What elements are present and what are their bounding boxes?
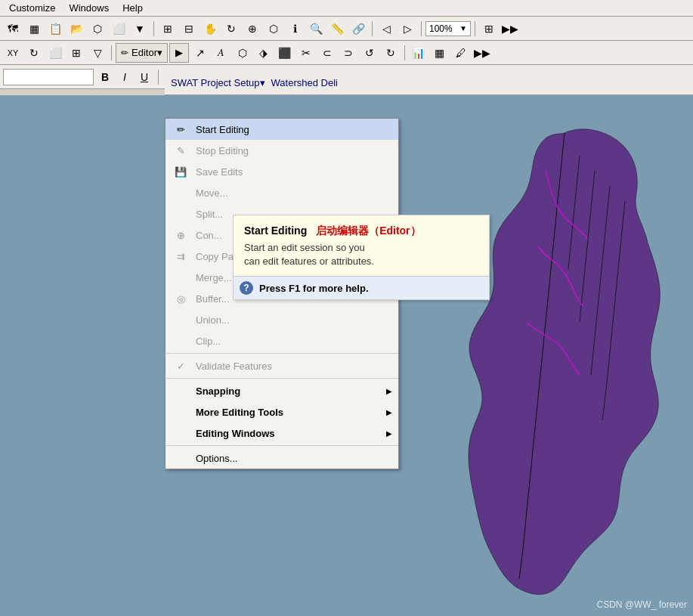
bookmark-btn[interactable]: ⬜ bbox=[45, 43, 65, 63]
back-btn[interactable]: ◁ bbox=[376, 19, 396, 39]
validate-icon: ✓ bbox=[172, 361, 190, 372]
dropdown-btn[interactable]: ▼ bbox=[130, 19, 150, 39]
tool10-btn[interactable]: ↻ bbox=[381, 43, 401, 63]
tool9-btn[interactable]: ↺ bbox=[360, 43, 379, 63]
save-edits-icon: 💾 bbox=[172, 166, 190, 178]
pan-icon: ✋ bbox=[204, 23, 217, 35]
3d-btn[interactable]: ⬡ bbox=[88, 19, 107, 39]
hyperlink-btn[interactable]: 🔗 bbox=[348, 19, 368, 39]
italic-button[interactable]: I bbox=[116, 69, 133, 85]
more-btn[interactable]: ▶▶ bbox=[500, 19, 520, 39]
tool5-btn[interactable]: ⬛ bbox=[275, 43, 295, 63]
add-data-icon: 📂 bbox=[70, 23, 83, 35]
bold-button[interactable]: B bbox=[97, 69, 113, 85]
menubar-help[interactable]: Help bbox=[116, 1, 149, 15]
tool6-btn[interactable]: ✂ bbox=[296, 43, 316, 63]
measure-btn[interactable]: 📏 bbox=[327, 19, 347, 39]
chart-btn[interactable]: 📊 bbox=[409, 43, 428, 63]
menubar-windows[interactable]: Windows bbox=[63, 1, 115, 15]
pan-btn[interactable]: ✋ bbox=[200, 19, 220, 39]
editor-label: Editor▾ bbox=[131, 47, 162, 58]
arc-btn[interactable]: ⬜ bbox=[109, 19, 128, 39]
rotate-btn[interactable]: ↻ bbox=[221, 19, 241, 39]
swat-project-link[interactable]: SWAT Project Setup▾ bbox=[171, 77, 265, 88]
menu-item-move: Move... bbox=[166, 182, 398, 203]
add-data-btn[interactable]: 📂 bbox=[67, 19, 86, 39]
full-extent-btn[interactable]: ⊞ bbox=[479, 19, 499, 39]
extent2-btn[interactable]: ▽ bbox=[88, 43, 107, 63]
menu-sep-2 bbox=[166, 378, 398, 379]
tooltip-description: Start an edit session so youcan edit fea… bbox=[244, 241, 478, 268]
tool3-btn[interactable]: ⬡ bbox=[233, 43, 252, 63]
font-dropdown[interactable] bbox=[3, 69, 94, 85]
tool4-icon: ⬗ bbox=[259, 47, 268, 59]
back-icon: ◁ bbox=[382, 23, 391, 35]
refresh-btn[interactable]: ↻ bbox=[24, 43, 44, 63]
editing-windows-submenu-arrow: ▶ bbox=[386, 429, 392, 438]
menu-item-start-editing[interactable]: ✏ Start Editing bbox=[166, 119, 398, 140]
watershed-deli-link[interactable]: Watershed Deli bbox=[271, 77, 338, 88]
layout-btn[interactable]: 📋 bbox=[45, 19, 65, 39]
zoom-dropdown-icon[interactable]: ▼ bbox=[459, 24, 467, 33]
zoom-in-btn[interactable]: ⊞ bbox=[158, 19, 178, 39]
hyperlink-icon: 🔗 bbox=[352, 23, 365, 35]
editor-button[interactable]: ✏ Editor▾ bbox=[116, 43, 168, 63]
validate-label: Validate Features bbox=[196, 361, 272, 372]
tooltip-title-area: Start Editing 启动编辑器（Editor） bbox=[244, 224, 478, 238]
full-extent-icon: ⊞ bbox=[484, 23, 493, 35]
menubar-customize[interactable]: Customize bbox=[3, 1, 61, 15]
add-layer-btn[interactable]: ⊞ bbox=[67, 43, 86, 63]
bookmark-icon: ⬜ bbox=[49, 47, 62, 59]
underline-button[interactable]: U bbox=[136, 69, 153, 85]
menu-item-editing-windows[interactable]: Editing Windows ▶ bbox=[166, 423, 398, 444]
table-btn[interactable]: ▦ bbox=[24, 19, 44, 39]
extent-btn[interactable]: ⊕ bbox=[243, 19, 262, 39]
xy-btn[interactable]: XY bbox=[3, 43, 23, 63]
measure-icon: 📏 bbox=[331, 23, 344, 35]
rotate-icon: ↻ bbox=[227, 23, 236, 35]
play-button[interactable]: ▶ bbox=[169, 43, 189, 63]
sep5 bbox=[111, 45, 112, 60]
tool2-btn[interactable]: 𝐴 bbox=[212, 43, 231, 63]
start-editing-icon: ✏ bbox=[172, 124, 190, 135]
tool1-btn[interactable]: ↗ bbox=[190, 43, 210, 63]
menu-item-snapping[interactable]: Snapping ▶ bbox=[166, 380, 398, 401]
identify-btn[interactable]: ℹ bbox=[285, 19, 305, 39]
union-label: Union... bbox=[196, 314, 230, 326]
construct-label: Con... bbox=[196, 230, 222, 241]
select-btn[interactable]: ⬡ bbox=[264, 19, 283, 39]
menu-item-union: Union... bbox=[166, 309, 398, 330]
save-edits-label: Save Edits bbox=[196, 166, 243, 178]
tool8-btn[interactable]: ⊃ bbox=[339, 43, 358, 63]
tooltip-help-area: ? Press F1 for more help. bbox=[234, 276, 489, 299]
tooltip-title-en: Start Editing bbox=[244, 224, 307, 237]
options-label: Options... bbox=[196, 453, 238, 464]
buffer-label: Buffer... bbox=[196, 293, 230, 305]
split-label: Split... bbox=[196, 209, 223, 220]
snapping-submenu-arrow: ▶ bbox=[386, 387, 392, 395]
find-btn[interactable]: 🔍 bbox=[306, 19, 326, 39]
tool9-icon: ↺ bbox=[365, 47, 374, 59]
tool5-icon: ⬛ bbox=[278, 47, 291, 59]
forward-btn[interactable]: ▷ bbox=[398, 19, 417, 39]
move-label: Move... bbox=[196, 187, 228, 199]
symbol-btn[interactable]: 🖊 bbox=[451, 43, 471, 63]
grid-btn[interactable]: ▦ bbox=[430, 43, 450, 63]
new-map-btn[interactable]: 🗺 bbox=[3, 19, 23, 39]
more2-icon: ▶▶ bbox=[474, 47, 490, 59]
menu-item-options[interactable]: Options... bbox=[166, 447, 398, 469]
sep4 bbox=[475, 21, 475, 36]
toolbar-row-1: 🗺 ▦ 📋 📂 ⬡ ⬜ ▼ ⊞ ⊟ ✋ ↻ ⊕ ⬡ ℹ 🔍 📏 🔗 ◁ ▷ 10… bbox=[0, 17, 693, 41]
zoom-out-btn[interactable]: ⊟ bbox=[179, 19, 199, 39]
start-editing-label: Start Editing bbox=[196, 124, 249, 135]
tool7-btn[interactable]: ⊂ bbox=[317, 43, 337, 63]
tool6-icon: ✂ bbox=[302, 47, 311, 59]
menu-item-more-editing[interactable]: More Editing Tools ▶ bbox=[166, 401, 398, 423]
help-icon: ? bbox=[240, 281, 253, 295]
toolbar-row-2: XY ↻ ⬜ ⊞ ▽ ✏ Editor▾ ▶ ↗ 𝐴 ⬡ ⬗ ⬛ ✂ ⊂ ⊃ ↺… bbox=[0, 41, 693, 65]
start-editing-tooltip: Start Editing 启动编辑器（Editor） Start an edi… bbox=[233, 215, 490, 300]
more2-btn[interactable]: ▶▶ bbox=[472, 43, 492, 63]
editor-pencil-icon: ✏ bbox=[121, 48, 128, 58]
chart-icon: 📊 bbox=[412, 47, 425, 59]
tool4-btn[interactable]: ⬗ bbox=[254, 43, 274, 63]
